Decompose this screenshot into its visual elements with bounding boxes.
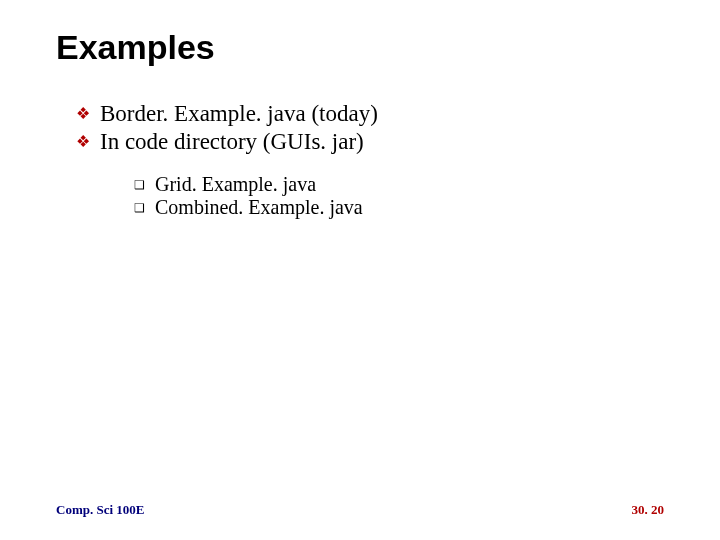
spacer: [56, 157, 664, 173]
square-bullet-icon: ❑: [134, 201, 145, 216]
diamond-bullet-icon: ❖: [76, 104, 90, 123]
footer-course: Comp. Sci 100E: [56, 502, 144, 518]
list-item: ❖ In code directory (GUIs. jar): [76, 129, 664, 155]
list-item: ❑ Combined. Example. java: [134, 196, 664, 219]
bullet-text: In code directory (GUIs. jar): [100, 129, 364, 155]
bullet-text: Combined. Example. java: [155, 196, 363, 219]
footer-page-number: 30. 20: [632, 502, 665, 518]
list-item: ❑ Grid. Example. java: [134, 173, 664, 196]
diamond-bullet-icon: ❖: [76, 132, 90, 151]
page-title: Examples: [56, 28, 664, 67]
slide: Examples ❖ Border. Example. java (today)…: [0, 0, 720, 540]
footer: Comp. Sci 100E 30. 20: [56, 502, 664, 518]
bullet-text: Border. Example. java (today): [100, 101, 378, 127]
bullet-text: Grid. Example. java: [155, 173, 316, 196]
square-bullet-icon: ❑: [134, 178, 145, 193]
list-item: ❖ Border. Example. java (today): [76, 101, 664, 127]
